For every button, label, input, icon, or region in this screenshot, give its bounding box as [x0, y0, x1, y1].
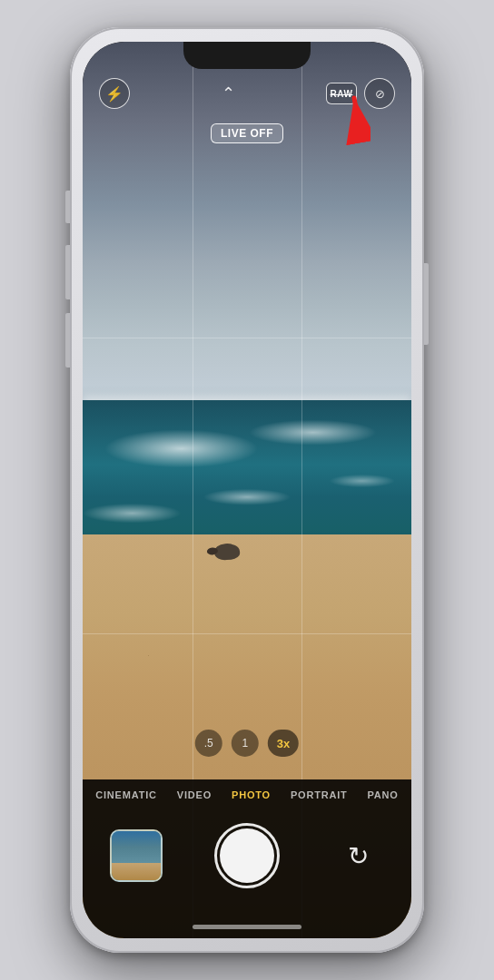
svg-line-1 [354, 98, 361, 140]
zoom-1x-button[interactable]: 1 [232, 730, 259, 757]
camera-mode-selector: CINEMATIC VIDEO PHOTO PORTRAIT PANO [83, 789, 411, 804]
zoom-3x-button[interactable]: 3x [268, 730, 299, 757]
phone-frame: ⚡ ⌃ RAW ⊘ LIVE OFF [70, 27, 424, 953]
mode-cinematic[interactable]: CINEMATIC [95, 789, 157, 800]
expand-controls-button[interactable]: ⌃ [222, 83, 235, 103]
mode-video[interactable]: VIDEO [177, 789, 212, 800]
mode-pano[interactable]: PANO [368, 789, 399, 800]
zoom-controls: .5 1 3x [195, 730, 299, 757]
zoom-0.5x-button[interactable]: .5 [195, 730, 222, 757]
red-arrow-annotation [307, 87, 370, 151]
live-off-badge[interactable]: LIVE OFF [211, 123, 283, 143]
bottom-controls: ↻ [83, 823, 411, 888]
mute-button[interactable] [65, 191, 70, 223]
flash-off-icon: ⚡ [105, 85, 124, 103]
home-indicator[interactable] [193, 925, 301, 929]
zoom-3x-label: 3x [277, 737, 290, 750]
volume-down-button[interactable] [65, 313, 70, 368]
live-badge-text: LIVE OFF [221, 127, 273, 140]
flash-button[interactable]: ⚡ [99, 78, 130, 109]
last-photo-thumbnail[interactable] [110, 829, 163, 882]
mode-portrait[interactable]: PORTRAIT [291, 789, 348, 800]
power-button[interactable] [424, 263, 429, 345]
volume-up-button[interactable] [65, 245, 70, 299]
flip-camera-button[interactable]: ↻ [331, 829, 384, 882]
live-off-icon: ⊘ [375, 87, 385, 101]
flip-camera-icon: ↻ [348, 841, 369, 871]
shutter-button[interactable] [214, 823, 280, 888]
mode-photo[interactable]: PHOTO [232, 789, 271, 800]
phone-screen: ⚡ ⌃ RAW ⊘ LIVE OFF [83, 42, 411, 938]
camera-viewfinder[interactable]: ⚡ ⌃ RAW ⊘ LIVE OFF [83, 42, 411, 938]
zoom-0.5x-label: .5 [204, 737, 213, 750]
shutter-inner-circle [220, 828, 274, 883]
notch [183, 42, 311, 69]
zoom-1x-label: 1 [242, 737, 248, 750]
